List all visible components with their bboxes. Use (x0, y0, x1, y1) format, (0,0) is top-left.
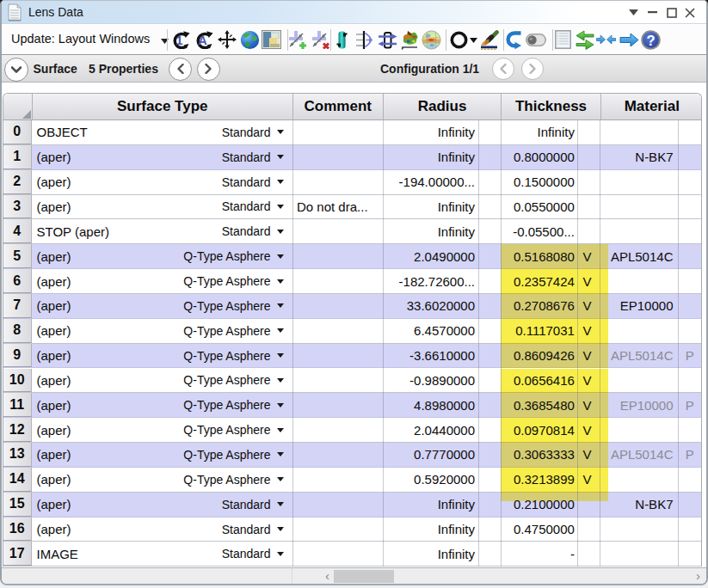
svg-text:1: 1 (175, 34, 182, 47)
svg-text:?: ? (646, 32, 655, 47)
svg-text:A: A (198, 34, 207, 47)
